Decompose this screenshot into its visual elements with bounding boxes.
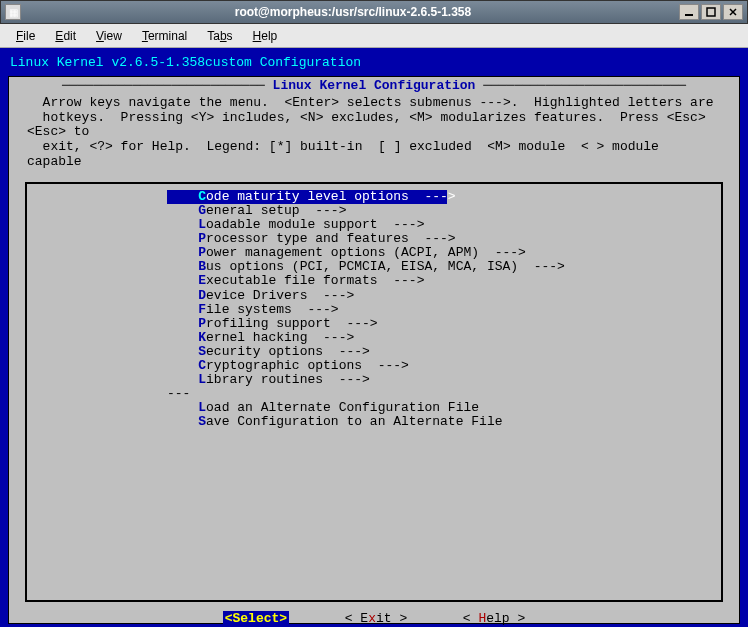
- menu-item-main-6[interactable]: Executable file formats --->: [27, 274, 721, 288]
- menu-item-label: eneral setup --->: [206, 203, 346, 218]
- menu-file[interactable]: File: [8, 27, 43, 45]
- menu-item-main-8[interactable]: File systems --->: [27, 303, 721, 317]
- menu-item-label: rofiling support --->: [206, 316, 378, 331]
- svg-rect-0: [685, 14, 693, 16]
- svg-rect-1: [707, 8, 715, 16]
- window-controls: [679, 4, 743, 20]
- menu-view[interactable]: View: [88, 27, 130, 45]
- dialog-title: Linux Kernel Configuration: [265, 78, 483, 93]
- menu-item-main-7[interactable]: Device Drivers --->: [27, 289, 721, 303]
- button-row: <Select> < Exit > < Help >: [9, 602, 739, 627]
- hotkey: P: [198, 245, 206, 260]
- menu-item-main-1[interactable]: General setup --->: [27, 204, 721, 218]
- maximize-button[interactable]: [701, 4, 721, 20]
- menu-item-label: evice Drivers --->: [206, 288, 354, 303]
- menu-separator: ---: [27, 387, 721, 401]
- window-title: root@morpheus:/usr/src/linux-2.6.5-1.358: [27, 5, 679, 19]
- menu-item-alt-1[interactable]: Save Configuration to an Alternate File: [27, 415, 721, 429]
- menu-item-label: ile systems --->: [206, 302, 339, 317]
- menu-item-label: ower management options (ACPI, APM) --->: [206, 245, 526, 260]
- exit-button[interactable]: < Exit >: [345, 611, 407, 626]
- app-icon: ▦: [5, 4, 21, 20]
- menu-help[interactable]: Help: [245, 27, 286, 45]
- menu-item-label: ryptographic options --->: [206, 358, 409, 373]
- hotkey: P: [198, 231, 206, 246]
- menu-terminal[interactable]: Terminal: [134, 27, 195, 45]
- menu-item-alt-0[interactable]: Load an Alternate Configuration File: [27, 401, 721, 415]
- menu-item-label: ibrary routines --->: [206, 372, 370, 387]
- menu-list[interactable]: Code maturity level options ---> General…: [27, 190, 721, 429]
- hotkey: S: [198, 344, 206, 359]
- hotkey: L: [198, 217, 206, 232]
- hotkey: C: [198, 358, 206, 373]
- menu-item-main-0[interactable]: Code maturity level options --->: [167, 190, 447, 204]
- menu-item-main-2[interactable]: Loadable module support --->: [27, 218, 721, 232]
- hotkey: K: [198, 330, 206, 345]
- menu-item-main-11[interactable]: Security options --->: [27, 345, 721, 359]
- title-dash-left: ──────────────────────────: [62, 78, 265, 93]
- menu-item-label: rocessor type and features --->: [206, 231, 456, 246]
- hotkey: C: [198, 189, 206, 204]
- help-text: Arrow keys navigate the menu. <Enter> se…: [9, 94, 739, 181]
- menu-item-main-9[interactable]: Profiling support --->: [27, 317, 721, 331]
- menu-item-main-10[interactable]: Kernel hacking --->: [27, 331, 721, 345]
- close-button[interactable]: [723, 4, 743, 20]
- window-titlebar: ▦ root@morpheus:/usr/src/linux-2.6.5-1.3…: [0, 0, 748, 24]
- menu-item-main-3[interactable]: Processor type and features --->: [27, 232, 721, 246]
- menu-item-label: ave Configuration to an Alternate File: [206, 414, 502, 429]
- kernel-version-header: Linux Kernel v2.6.5-1.358custom Configur…: [6, 54, 742, 76]
- menubar: File Edit View Terminal Tabs Help: [0, 24, 748, 48]
- hotkey: D: [198, 288, 206, 303]
- menu-list-box: Code maturity level options ---> General…: [25, 182, 723, 602]
- menu-item-main-4[interactable]: Power management options (ACPI, APM) ---…: [27, 246, 721, 260]
- menu-item-label: ode maturity level options --->: [206, 189, 456, 204]
- hotkey: G: [198, 203, 206, 218]
- menu-edit[interactable]: Edit: [47, 27, 84, 45]
- menu-item-label: oadable module support --->: [206, 217, 424, 232]
- minimize-button[interactable]: [679, 4, 699, 20]
- terminal-area: Linux Kernel v2.6.5-1.358custom Configur…: [0, 48, 748, 627]
- hotkey: B: [198, 259, 206, 274]
- menu-item-label: xecutable file formats --->: [206, 273, 424, 288]
- menu-tabs[interactable]: Tabs: [199, 27, 240, 45]
- select-button[interactable]: <Select>: [223, 611, 289, 626]
- menu-item-main-5[interactable]: Bus options (PCI, PCMCIA, EISA, MCA, ISA…: [27, 260, 721, 274]
- menu-item-label: us options (PCI, PCMCIA, EISA, MCA, ISA)…: [206, 259, 565, 274]
- hotkey: S: [198, 414, 206, 429]
- help-button[interactable]: < Help >: [463, 611, 525, 626]
- menu-item-label: ernel hacking --->: [206, 330, 354, 345]
- title-dash-right: ──────────────────────────: [483, 78, 686, 93]
- menu-item-label: oad an Alternate Configuration File: [206, 400, 479, 415]
- menu-item-main-12[interactable]: Cryptographic options --->: [27, 359, 721, 373]
- hotkey: F: [198, 302, 206, 317]
- hotkey: L: [198, 372, 206, 387]
- hotkey: E: [198, 273, 206, 288]
- hotkey: L: [198, 400, 206, 415]
- menu-item-main-13[interactable]: Library routines --->: [27, 373, 721, 387]
- menuconfig-dialog: ────────────────────────── Linux Kernel …: [8, 76, 740, 624]
- dialog-title-row: ────────────────────────── Linux Kernel …: [9, 77, 739, 93]
- hotkey: P: [198, 316, 206, 331]
- menu-item-label: ecurity options --->: [206, 344, 370, 359]
